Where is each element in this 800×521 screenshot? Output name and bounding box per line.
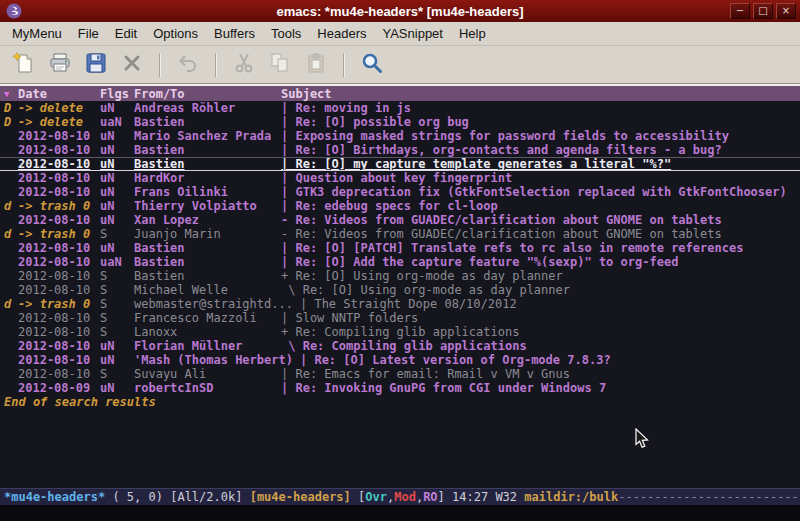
message-row[interactable]: D-> deleteuaNBastien| Re: [O] possible o… bbox=[0, 115, 800, 129]
subject-cell: | Re: moving in js bbox=[281, 101, 411, 115]
print-icon bbox=[48, 51, 72, 78]
date-cell: 2012-08-10 bbox=[18, 157, 100, 171]
cut-icon bbox=[232, 51, 256, 78]
message-row[interactable]: 2012-08-10uNMario Sanchez Prada| Exposin… bbox=[0, 129, 800, 143]
mark-cell bbox=[4, 213, 18, 227]
headers-header-line: ▼ Date Flgs From/To Subject bbox=[0, 86, 800, 101]
mark-cell: D bbox=[4, 115, 18, 129]
from-cell: Lanoxx bbox=[134, 325, 281, 339]
mode-line: *mu4e-headers* ( 5, 0) [All/2.0k] [mu4e-… bbox=[0, 488, 800, 505]
flags-cell: uN bbox=[100, 129, 134, 143]
paste-button[interactable] bbox=[300, 50, 332, 80]
column-header-flags[interactable]: Flgs bbox=[100, 87, 134, 101]
copy-button[interactable] bbox=[264, 50, 296, 80]
date-cell: 2012-08-10 bbox=[18, 171, 100, 185]
message-row[interactable]: 2012-08-10SBastien+ Re: [O] Using org-mo… bbox=[0, 269, 800, 283]
flags-cell: uN bbox=[100, 213, 134, 227]
flags-cell: uN bbox=[100, 353, 134, 367]
message-row[interactable]: 2012-08-10SFrancesco Mazzoli| Slow NNTP … bbox=[0, 311, 800, 325]
date-cell: -> delete bbox=[18, 101, 100, 115]
mark-cell bbox=[4, 129, 18, 143]
from-cell: 'Mash (Thomas Herbert) bbox=[134, 353, 300, 367]
menu-bar: MyMenuFileEditOptionsBuffersToolsHeaders… bbox=[0, 22, 800, 46]
subject-cell: \ Re: Compiling glib applications bbox=[281, 339, 527, 353]
subject-cell: | Re: [O] my capture template generates … bbox=[281, 157, 671, 171]
subject-cell: | Re: [O] Add the capture feature "%(sex… bbox=[281, 255, 678, 269]
message-row[interactable]: 2012-08-10SLanoxx+ Re: Compiling glib ap… bbox=[0, 325, 800, 339]
maximize-button[interactable]: □ bbox=[753, 3, 773, 19]
modeline-segment: [mu4e-headers] bbox=[250, 490, 358, 504]
column-header-from[interactable]: From/To bbox=[134, 87, 281, 101]
menu-item-options[interactable]: Options bbox=[145, 23, 206, 44]
subject-cell: | The Straight Dope 08/10/2012 bbox=[300, 297, 517, 311]
modeline-segment: [ bbox=[358, 490, 365, 504]
mark-cell: D bbox=[4, 101, 18, 115]
message-row[interactable]: d-> trash 0uNThierry Volpiatto| Re: edeb… bbox=[0, 199, 800, 213]
message-row[interactable]: D-> deleteuNAndreas Röhler| Re: moving i… bbox=[0, 101, 800, 115]
date-cell: 2012-08-10 bbox=[18, 255, 100, 269]
column-header-subject[interactable]: Subject bbox=[281, 87, 332, 101]
modeline-segment: W32 bbox=[495, 490, 524, 504]
mark-cell bbox=[4, 283, 18, 297]
message-row[interactable]: 2012-08-10uNHardKor| Question about key … bbox=[0, 171, 800, 185]
message-row[interactable]: 2012-08-10uNBastien| Re: [O] [PATCH] Tra… bbox=[0, 241, 800, 255]
date-cell: -> trash 0 bbox=[18, 227, 100, 241]
message-row[interactable]: 2012-08-10uN'Mash (Thomas Herbert)| Re: … bbox=[0, 353, 800, 367]
cut-button[interactable] bbox=[228, 50, 260, 80]
from-cell: Suvayu Ali bbox=[134, 367, 281, 381]
modeline-segment: , bbox=[416, 490, 423, 504]
undo-button[interactable] bbox=[172, 50, 204, 80]
message-row[interactable]: d-> trash 0SJuanjo Marin- Re: Videos fro… bbox=[0, 227, 800, 241]
new-file-button[interactable] bbox=[8, 50, 40, 80]
message-row[interactable]: 2012-08-10uNFlorian Müllner \ Re: Compil… bbox=[0, 339, 800, 353]
flags-cell: uN bbox=[100, 143, 134, 157]
menu-item-edit[interactable]: Edit bbox=[107, 23, 145, 44]
from-cell: Michael Welle bbox=[134, 283, 281, 297]
from-cell: Bastien bbox=[134, 241, 281, 255]
search-button[interactable] bbox=[356, 50, 388, 80]
menu-item-mymenu[interactable]: MyMenu bbox=[4, 23, 70, 44]
mark-cell bbox=[4, 381, 18, 395]
flags-cell: uaN bbox=[100, 115, 134, 129]
menu-item-file[interactable]: File bbox=[70, 23, 107, 44]
flags-cell: uN bbox=[100, 199, 134, 213]
from-cell: Bastien bbox=[134, 255, 281, 269]
save-button[interactable] bbox=[80, 50, 112, 80]
from-cell: Francesco Mazzoli bbox=[134, 311, 281, 325]
title-bar[interactable]: emacs: *mu4e-headers* [mu4e-headers] −□× bbox=[0, 0, 800, 22]
message-row[interactable]: 2012-08-10uNBastien| Re: [O] my capture … bbox=[0, 157, 800, 171]
flags-cell: S bbox=[100, 227, 134, 241]
close-button[interactable]: × bbox=[776, 3, 796, 19]
modeline-segment: *mu4e-headers* bbox=[4, 490, 105, 504]
menu-item-buffers[interactable]: Buffers bbox=[206, 23, 263, 44]
message-row[interactable]: 2012-08-10uNXan Lopez- Re: Videos from G… bbox=[0, 213, 800, 227]
kill-buffer-button[interactable] bbox=[116, 50, 148, 80]
date-cell: 2012-08-10 bbox=[18, 213, 100, 227]
minibuffer[interactable] bbox=[0, 505, 800, 521]
message-row[interactable]: 2012-08-10SSuvayu Ali| Re: Emacs for ema… bbox=[0, 367, 800, 381]
sort-descending-icon[interactable]: ▼ bbox=[4, 89, 18, 99]
print-button[interactable] bbox=[44, 50, 76, 80]
message-row[interactable]: 2012-08-10uaNBastien| Re: [O] Add the ca… bbox=[0, 255, 800, 269]
flags-cell: uN bbox=[100, 185, 134, 199]
from-cell: Frans Oilinki bbox=[134, 185, 281, 199]
date-cell: 2012-08-10 bbox=[18, 241, 100, 255]
menu-item-tools[interactable]: Tools bbox=[263, 23, 309, 44]
message-row[interactable]: d-> trash 0Swebmaster@straightd...| The … bbox=[0, 297, 800, 311]
date-cell: -> trash 0 bbox=[18, 297, 100, 311]
menu-item-headers[interactable]: Headers bbox=[309, 23, 374, 44]
column-header-date[interactable]: Date bbox=[18, 87, 100, 101]
date-cell: 2012-08-10 bbox=[18, 269, 100, 283]
flags-cell: uN bbox=[100, 157, 134, 171]
message-row[interactable]: 2012-08-10SMichael Welle \ Re: [O] Using… bbox=[0, 283, 800, 297]
menu-item-yasnippet[interactable]: YASnippet bbox=[374, 23, 450, 44]
flags-cell: uaN bbox=[100, 255, 134, 269]
message-row[interactable]: 2012-08-10uNBastien| Re: [O] Birthdays, … bbox=[0, 143, 800, 157]
menu-item-help[interactable]: Help bbox=[451, 23, 494, 44]
mark-cell bbox=[4, 311, 18, 325]
message-row[interactable]: 2012-08-10uNFrans Oilinki| GTK3 deprecat… bbox=[0, 185, 800, 199]
mark-cell: d bbox=[4, 199, 18, 213]
message-row[interactable]: 2012-08-09uNrobertcInSD| Re: Invoking Gn… bbox=[0, 381, 800, 395]
buffer-area[interactable]: ▼ Date Flgs From/To Subject D-> deleteuN… bbox=[0, 84, 800, 521]
minimize-button[interactable]: − bbox=[730, 3, 750, 19]
